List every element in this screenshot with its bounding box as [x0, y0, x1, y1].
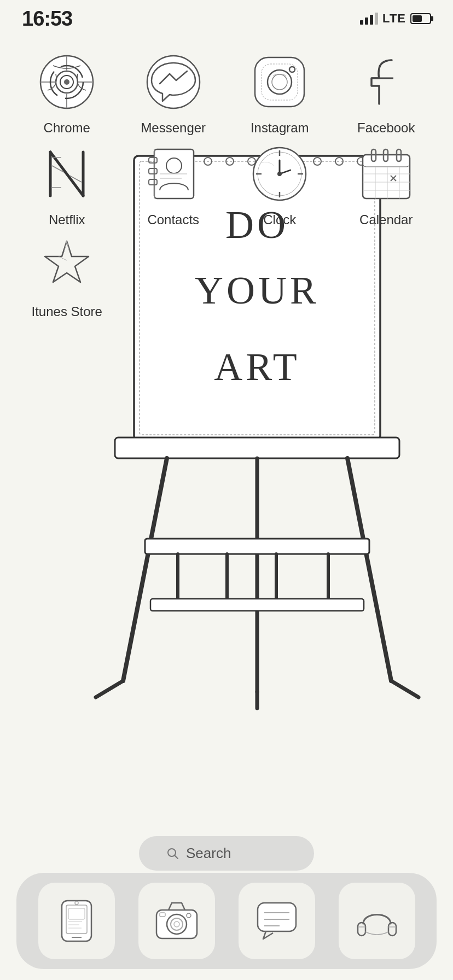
contacts-icon-container — [141, 141, 206, 207]
dock-messages[interactable] — [239, 883, 315, 959]
clock-icon-container — [247, 141, 312, 207]
app-contacts[interactable]: Contacts — [123, 141, 224, 228]
svg-rect-90 — [358, 923, 365, 936]
dock-camera[interactable] — [138, 883, 215, 959]
svg-text:ART: ART — [214, 345, 300, 389]
grid-spacer-2 — [229, 233, 330, 319]
svg-rect-34 — [255, 57, 304, 107]
chrome-icon-container — [34, 49, 100, 115]
itunes-icon — [37, 236, 97, 296]
status-bar: 16:53 LTE — [0, 0, 453, 33]
battery-icon — [410, 13, 431, 24]
grid-spacer-1 — [123, 233, 224, 319]
status-right: LTE — [360, 11, 431, 26]
svg-rect-86 — [258, 903, 296, 931]
app-calendar[interactable]: Calendar — [336, 141, 437, 228]
svg-line-16 — [123, 458, 167, 681]
svg-line-26 — [391, 681, 419, 697]
app-messenger[interactable]: Messenger — [123, 49, 224, 136]
dock-phone[interactable] — [38, 883, 115, 959]
itunes-label: Itunes Store — [32, 304, 102, 319]
phone-icon — [52, 896, 101, 946]
app-grid: Chrome Messenger Instagra — [0, 33, 453, 325]
chrome-icon — [37, 52, 97, 112]
dock-music[interactable] — [339, 883, 415, 959]
svg-point-33 — [147, 56, 200, 108]
grid-spacer-3 — [336, 233, 437, 319]
instagram-icon-container — [247, 49, 312, 115]
calendar-icon-container — [353, 141, 419, 207]
facebook-icon — [356, 52, 416, 112]
clock-icon — [249, 144, 310, 204]
messenger-icon-container — [141, 49, 206, 115]
app-clock[interactable]: Clock — [229, 141, 330, 228]
facebook-icon-container — [353, 49, 419, 115]
netflix-label: Netflix — [49, 212, 85, 228]
music-icon — [352, 896, 402, 946]
messages-icon — [252, 896, 301, 946]
svg-rect-24 — [150, 599, 364, 611]
svg-point-56 — [277, 172, 282, 176]
status-time: 16:53 — [22, 7, 72, 31]
svg-rect-19 — [145, 539, 369, 554]
app-chrome[interactable]: Chrome — [16, 49, 118, 136]
svg-rect-91 — [388, 923, 396, 936]
search-bar[interactable]: Search — [139, 836, 314, 871]
svg-line-17 — [347, 458, 391, 681]
netflix-icon — [37, 144, 97, 204]
netflix-icon-container — [34, 141, 100, 207]
svg-rect-15 — [115, 438, 399, 458]
lte-label: LTE — [382, 11, 406, 26]
app-facebook[interactable]: Facebook — [336, 49, 437, 136]
instagram-label: Instagram — [251, 120, 309, 136]
facebook-label: Facebook — [357, 120, 415, 136]
instagram-icon — [249, 52, 310, 112]
dock — [16, 873, 437, 969]
messenger-icon — [143, 52, 204, 112]
search-bar-container: Search — [139, 836, 314, 871]
clock-label: Clock — [263, 212, 296, 228]
chrome-label: Chrome — [44, 120, 90, 136]
itunes-icon-container — [34, 233, 100, 299]
app-instagram[interactable]: Instagram — [229, 49, 330, 136]
contacts-label: Contacts — [147, 212, 199, 228]
calendar-label: Calendar — [359, 212, 413, 228]
signal-icon — [360, 13, 378, 25]
svg-point-32 — [64, 79, 69, 85]
search-icon — [166, 847, 179, 860]
calendar-icon — [356, 144, 416, 204]
messenger-label: Messenger — [141, 120, 206, 136]
app-itunes[interactable]: Itunes Store — [16, 233, 118, 319]
camera-icon — [152, 896, 201, 946]
app-netflix[interactable]: Netflix — [16, 141, 118, 228]
search-text: Search — [186, 845, 231, 862]
svg-line-71 — [175, 855, 178, 859]
contacts-icon — [143, 144, 204, 204]
svg-line-25 — [96, 681, 123, 697]
